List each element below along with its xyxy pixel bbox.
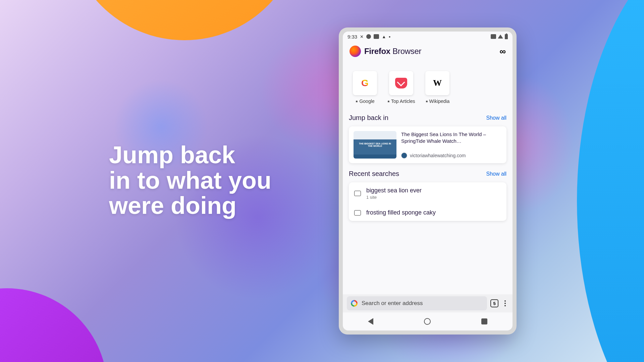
card-title: The Biggest Sea Lions In The World – Spr… (401, 131, 502, 145)
wikipedia-icon: W (433, 78, 442, 88)
status-dot: • (389, 34, 390, 40)
battery-icon (505, 34, 508, 39)
status-bar: 9:33 ✕ ▲ • (343, 32, 513, 42)
nav-home-button[interactable] (424, 318, 431, 325)
pin-icon: ★ (387, 100, 390, 103)
pin-icon: ★ (355, 100, 358, 103)
recent-searches-section: Recent searches Show all biggest sea lio… (343, 163, 513, 221)
android-nav-bar (343, 312, 513, 330)
address-bar[interactable]: Search or enter address (347, 296, 487, 310)
section-title: Recent searches (349, 170, 399, 178)
tab-counter-button[interactable]: 5 (490, 299, 498, 307)
firefox-logo-icon (350, 46, 361, 57)
background-splash (0, 0, 644, 362)
topsite-pocket[interactable]: ★Top Articles (387, 71, 415, 104)
card-thumbnail: THE BIGGEST SEA LIONS IN THE WORLD (354, 131, 396, 159)
topsites-row: G ★Google ★Top Articles W ★Wikipedia (343, 61, 513, 107)
card-source: victoriawhalewatching.com (410, 153, 466, 158)
pocket-icon (395, 78, 407, 88)
phone-frame: 9:33 ✕ ▲ • Firefox Browser ∞ G (339, 27, 517, 335)
brand-text: Firefox Browser (364, 47, 421, 56)
show-all-link[interactable]: Show all (486, 115, 506, 121)
infinity-icon[interactable]: ∞ (499, 46, 506, 57)
jump-back-card[interactable]: THE BIGGEST SEA LIONS IN THE WORLD The B… (349, 126, 506, 163)
topsite-google[interactable]: G ★Google (353, 71, 377, 104)
search-sub: 1 site (366, 195, 422, 200)
status-icon (374, 34, 379, 39)
phone-screen: 9:33 ✕ ▲ • Firefox Browser ∞ G (343, 32, 513, 330)
tab-icon (354, 210, 361, 216)
marketing-headline: Jump back in to what you were doing (109, 142, 271, 219)
pin-icon: ★ (425, 100, 428, 103)
search-query: frosting filled sponge caky (366, 209, 436, 216)
favicon-icon (401, 153, 407, 159)
recent-search-item[interactable]: biggest sea lion ever 1 site (349, 182, 506, 204)
search-query: biggest sea lion ever (366, 187, 422, 194)
recent-search-list: biggest sea lion ever 1 site frosting fi… (349, 182, 506, 221)
section-title: Jump back in (349, 114, 388, 122)
address-placeholder: Search or enter address (362, 300, 423, 307)
browser-toolbar: Search or enter address 5 (343, 294, 513, 312)
wifi-icon (498, 35, 503, 39)
warning-icon: ▲ (382, 34, 386, 39)
status-time: 9:33 (347, 34, 357, 40)
menu-button[interactable] (502, 300, 508, 306)
jump-back-section: Jump back in Show all THE BIGGEST SEA LI… (343, 107, 513, 163)
topsite-wikipedia[interactable]: W ★Wikipedia (425, 71, 450, 104)
status-icon: ✕ (360, 34, 364, 39)
search-engine-icon (351, 300, 358, 307)
tab-icon (354, 191, 361, 196)
recent-search-item[interactable]: frosting filled sponge caky (349, 204, 506, 221)
brand-header: Firefox Browser ∞ (343, 42, 513, 61)
nav-back-button[interactable] (368, 318, 373, 325)
status-icon (366, 34, 371, 39)
nav-recent-button[interactable] (481, 318, 487, 324)
google-icon: G (361, 78, 369, 88)
show-all-link[interactable]: Show all (486, 171, 506, 177)
cast-icon (491, 34, 496, 39)
